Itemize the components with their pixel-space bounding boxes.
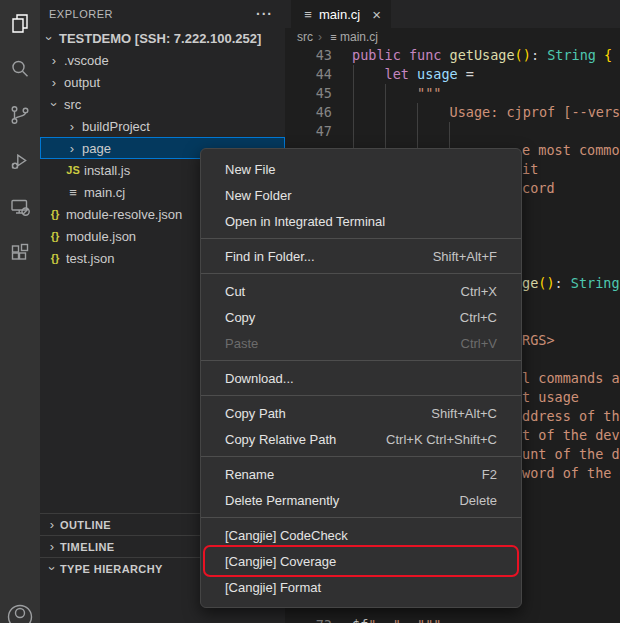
code-line: 44 let usage = bbox=[285, 65, 620, 84]
code-token: () bbox=[538, 275, 554, 291]
code-fragment: word of the d bbox=[522, 464, 620, 483]
sidebar-header: EXPLORER ··· bbox=[40, 0, 285, 27]
menu-item-shortcut: Ctrl+K Ctrl+Shift+C bbox=[362, 432, 497, 447]
code-token: getUsage bbox=[450, 47, 515, 63]
code-token: e most common bbox=[522, 142, 620, 158]
section-label: OUTLINE bbox=[60, 519, 111, 531]
file-icon: ≡ bbox=[301, 7, 315, 22]
tree-item-label: .vscode bbox=[64, 53, 109, 68]
code-token bbox=[352, 66, 385, 82]
close-icon[interactable]: × bbox=[372, 6, 381, 23]
menu-item-label: Copy Path bbox=[225, 406, 286, 421]
code-fragment: t of the devic bbox=[522, 426, 620, 445]
line-content: Usage: cjprof [--version bbox=[332, 103, 620, 122]
code-token: $f bbox=[352, 617, 368, 623]
section-label: TYPE HIERARCHY bbox=[60, 563, 163, 575]
line-content: $f".."..""" bbox=[332, 617, 441, 623]
code-token bbox=[352, 104, 450, 120]
code-token bbox=[596, 47, 604, 63]
tree-item-src[interactable]: ›src bbox=[40, 93, 285, 115]
code-fragment: e most common bbox=[522, 141, 620, 160]
remote-explorer-icon[interactable] bbox=[0, 184, 40, 230]
tree-item-label: buildProject bbox=[82, 119, 150, 134]
extensions-icon[interactable] bbox=[0, 230, 40, 276]
js-file-icon: JS bbox=[64, 164, 82, 176]
code-token bbox=[441, 47, 449, 63]
code-line: 47 bbox=[285, 122, 620, 141]
code-area[interactable]: 43public func getUsage(): String {44 let… bbox=[285, 46, 620, 141]
menu-item-delete-permanently[interactable]: Delete PermanentlyDelete bbox=[206, 487, 516, 513]
menu-separator bbox=[201, 273, 521, 274]
menu-item-cangjie-coverage[interactable]: [Cangjie] Coverage bbox=[206, 548, 516, 574]
line-content: public func getUsage(): String { bbox=[332, 46, 612, 65]
code-token: it bbox=[522, 161, 538, 177]
tree-item-label: src bbox=[64, 97, 81, 112]
menu-item-copy[interactable]: CopyCtrl+C bbox=[206, 304, 516, 330]
chevron-icon: › bbox=[47, 96, 62, 112]
code-token: String bbox=[547, 47, 596, 63]
breadcrumb-folder[interactable]: src bbox=[297, 30, 313, 44]
chevron-icon: › bbox=[46, 53, 62, 68]
account-icon[interactable] bbox=[3, 600, 37, 623]
run-debug-icon[interactable] bbox=[0, 138, 40, 184]
tree-item-label: module-resolve.json bbox=[66, 207, 182, 222]
line-content: """ bbox=[332, 84, 441, 103]
code-token: let bbox=[385, 66, 409, 82]
code-token: = bbox=[458, 66, 474, 82]
menu-item-cangjie-codecheck[interactable]: [Cangjie] CodeCheck bbox=[206, 522, 516, 548]
vscode-window: EXPLORER ··· ›TESTDEMO [SSH: 7.222.100.2… bbox=[0, 0, 620, 623]
menu-item-label: Find in Folder... bbox=[225, 249, 315, 264]
tree-item-output[interactable]: ›output bbox=[40, 71, 285, 93]
menu-item-label: [Cangjie] CodeCheck bbox=[225, 528, 348, 543]
tree-item-vscode[interactable]: ›.vscode bbox=[40, 49, 285, 71]
menu-item-copy-relative-path[interactable]: Copy Relative PathCtrl+K Ctrl+Shift+C bbox=[206, 426, 516, 452]
menu-item-paste: PasteCtrl+V bbox=[206, 330, 516, 356]
breadcrumb: src › ≡ main.cj bbox=[285, 28, 620, 46]
tree-item-label: page bbox=[82, 141, 111, 156]
code-token: l commands are bbox=[522, 370, 620, 386]
code-token: t of the devic bbox=[522, 427, 620, 443]
code-fragment: 73$f".."..""" bbox=[285, 616, 441, 623]
tree-item-buildproject[interactable]: ›buildProject bbox=[40, 115, 285, 137]
menu-item-label: Cut bbox=[225, 284, 245, 299]
indent-guide bbox=[353, 65, 354, 160]
code-fragment: l commands are bbox=[522, 369, 620, 388]
tree-root-testdemo-ssh-7-222-100-252[interactable]: ›TESTDEMO [SSH: 7.222.100.252] bbox=[40, 27, 285, 49]
menu-item-cangjie-format[interactable]: [Cangjie] Format bbox=[206, 574, 516, 600]
menu-item-copy-path[interactable]: Copy PathShift+Alt+C bbox=[206, 400, 516, 426]
tab-strip: ≡ main.cj × bbox=[285, 0, 620, 28]
chevron-icon: › bbox=[64, 119, 80, 134]
menu-item-label: Delete Permanently bbox=[225, 493, 339, 508]
menu-item-label: New File bbox=[225, 162, 276, 177]
source-control-icon[interactable] bbox=[0, 92, 40, 138]
chevron-icon: › bbox=[45, 561, 60, 577]
menu-item-label: Paste bbox=[225, 336, 258, 351]
menu-item-shortcut: Delete bbox=[435, 493, 497, 508]
menu-item-shortcut: Ctrl+V bbox=[437, 336, 497, 351]
code-token bbox=[409, 66, 417, 82]
code-fragment: RGS> bbox=[522, 331, 555, 350]
menu-item-rename[interactable]: RenameF2 bbox=[206, 461, 516, 487]
menu-item-open-in-integrated-terminal[interactable]: Open in Integrated Terminal bbox=[206, 208, 516, 234]
more-actions-icon[interactable]: ··· bbox=[256, 9, 273, 19]
menu-item-shortcut: Ctrl+X bbox=[437, 284, 497, 299]
menu-item-find-in-folder[interactable]: Find in Folder...Shift+Alt+F bbox=[206, 243, 516, 269]
code-token: func bbox=[409, 47, 442, 63]
menu-item-download[interactable]: Download... bbox=[206, 365, 516, 391]
code-token: ddress of the bbox=[522, 408, 620, 424]
menu-item-new-file[interactable]: New File bbox=[206, 156, 516, 182]
menu-separator bbox=[201, 360, 521, 361]
tab-main-cj[interactable]: ≡ main.cj × bbox=[291, 0, 391, 28]
code-line: 46 Usage: cjprof [--version bbox=[285, 103, 620, 122]
menu-item-label: [Cangjie] Format bbox=[225, 580, 321, 595]
menu-item-label: Rename bbox=[225, 467, 274, 482]
breadcrumb-file[interactable]: main.cj bbox=[340, 30, 378, 44]
line-content bbox=[332, 122, 352, 141]
menu-item-cut[interactable]: CutCtrl+X bbox=[206, 278, 516, 304]
menu-item-new-folder[interactable]: New Folder bbox=[206, 182, 516, 208]
menu-separator bbox=[201, 395, 521, 396]
line-number: 45 bbox=[285, 84, 332, 103]
explorer-icon[interactable] bbox=[0, 0, 40, 46]
search-icon[interactable] bbox=[0, 46, 40, 92]
tab-label: main.cj bbox=[319, 7, 360, 22]
